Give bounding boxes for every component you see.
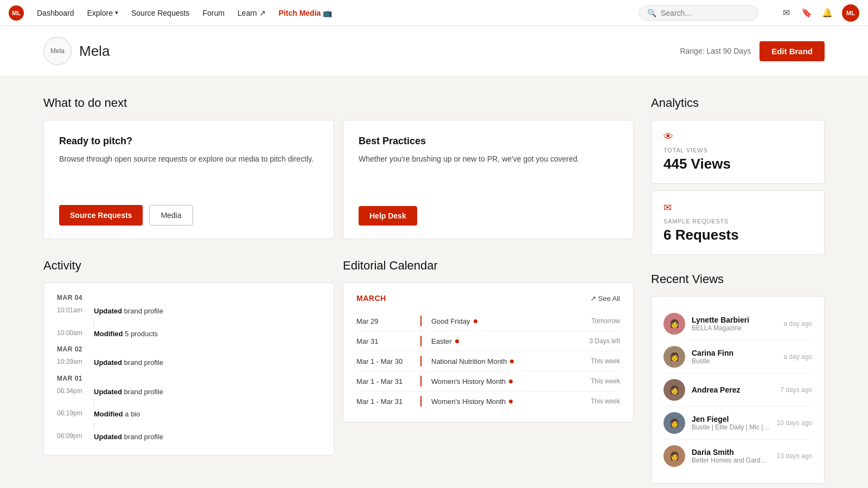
recent-view-item[interactable]: 👩 Daria Smith Better Homes and Gardens |… — [663, 440, 812, 472]
help-desk-button[interactable]: Help Desk — [359, 206, 417, 226]
activity-time: 10:01am — [57, 306, 86, 314]
what-to-do-next-section: What to do next Ready to pitch? Browse t… — [43, 96, 634, 239]
sample-requests-card: ✉ SAMPLE REQUESTS 6 Requests — [651, 190, 825, 255]
source-requests-button[interactable]: Source Requests — [59, 205, 143, 226]
best-practices-card: Best Practices Whether you're brushing u… — [343, 120, 634, 239]
brand-header: Mela Mela Range: Last 90 Days Edit Brand — [0, 26, 868, 76]
avatar: 👩 — [663, 313, 685, 335]
ed-timing: 3 Days left — [571, 337, 620, 345]
ed-dot — [509, 380, 513, 383]
user-avatar[interactable]: ML — [842, 4, 859, 22]
ready-pitch-desc: Browse through open source requests or e… — [59, 153, 318, 165]
search-input[interactable] — [661, 9, 750, 17]
activity-row: 10:01am Updated brand profile — [57, 306, 321, 317]
activity-row: 06:19pm Modified a bio — [57, 409, 321, 420]
ed-date: Mar 29 — [356, 317, 416, 325]
media-button[interactable]: Media — [149, 205, 193, 226]
ed-event: Women's History Month — [431, 377, 567, 386]
brand-logo: Mela — [43, 37, 72, 65]
activity-divider — [94, 422, 94, 429]
activity-divider — [94, 319, 94, 326]
recent-views-box: 👩 Lynette Barbieri BELLA Magazine a day … — [651, 296, 825, 484]
ed-dot — [474, 319, 477, 323]
editorial-row: Mar 29 Good Friday Tomorrow — [356, 311, 620, 331]
ed-date: Mar 1 - Mar 31 — [356, 397, 416, 406]
ed-dot — [510, 359, 514, 363]
ed-timing: This week — [571, 377, 620, 385]
total-views-card: 👁 TOTAL VIEWS 445 Views — [651, 120, 825, 184]
explore-chevron-icon: ▾ — [115, 9, 118, 16]
activity-text: Updated brand profile — [94, 387, 163, 397]
nav-forum[interactable]: Forum — [202, 9, 224, 17]
brand-actions: Range: Last 90 Days Edit Brand — [680, 41, 825, 61]
brand-name: Mela — [79, 43, 110, 60]
editorial-row: Mar 1 - Mar 30 National Nutrition Month … — [356, 351, 620, 371]
activity-row: 10:29am Updated brand profile — [57, 357, 321, 368]
editorial-calendar-section: Editorial Calendar MARCH ↗ See All Mar 2… — [343, 259, 634, 455]
search-icon: 🔍 — [647, 9, 656, 17]
ed-event: National Nutrition Month — [431, 357, 567, 365]
best-practices-title: Best Practices — [359, 136, 618, 147]
nav-dashboard[interactable]: Dashboard — [37, 9, 74, 17]
editorial-box: MARCH ↗ See All Mar 29 Good Friday Tomor… — [343, 282, 634, 422]
ed-timing: This week — [571, 397, 620, 405]
recent-name: Lynette Barbieri — [692, 316, 777, 324]
ed-event: Women's History Month — [431, 397, 567, 406]
analytics-title: Analytics — [651, 96, 825, 110]
nav-learn[interactable]: Learn ↗ — [238, 9, 266, 17]
ed-timing: This week — [571, 357, 620, 365]
navigation: ML Dashboard Explore ▾ Source Requests F… — [0, 0, 868, 26]
activity-text: Modified 5 products — [94, 329, 158, 339]
left-column: What to do next Ready to pitch? Browse t… — [43, 96, 634, 484]
editorial-row: Mar 1 - Mar 31 Women's History Month Thi… — [356, 371, 620, 391]
ed-date: Mar 1 - Mar 30 — [356, 357, 416, 365]
editorial-calendar-title: Editorial Calendar — [343, 259, 634, 273]
activity-date-mar02: MAR 02 — [57, 345, 321, 353]
total-views-label: TOTAL VIEWS — [663, 147, 812, 153]
activity-row: 10:00am Modified 5 products — [57, 329, 321, 339]
ed-date: Mar 31 — [356, 337, 416, 345]
ed-bar — [420, 396, 422, 407]
activity-date-mar01: MAR 01 — [57, 375, 321, 382]
ed-dot — [509, 400, 513, 403]
main-content: What to do next Ready to pitch? Browse t… — [0, 76, 868, 488]
activity-text: Updated brand profile — [94, 306, 163, 317]
recent-name: Daria Smith — [692, 448, 770, 457]
recent-view-item[interactable]: 👩 Andrea Perez 7 days ago — [663, 374, 812, 407]
recent-info: Andrea Perez — [692, 386, 774, 394]
see-all-link[interactable]: ↗ See All — [590, 294, 620, 303]
ed-bar — [420, 316, 422, 326]
ready-pitch-title: Ready to pitch? — [59, 136, 318, 147]
recent-time: a day ago — [783, 320, 812, 328]
range-label: Range: Last 90 Days — [680, 47, 751, 55]
nav-explore[interactable]: Explore ▾ — [87, 9, 118, 17]
recent-view-item[interactable]: 👩 Jen Fiegel Bustle | Elite Daily | Mic … — [663, 407, 812, 440]
activity-text: Updated brand profile — [94, 357, 163, 368]
nav-pitch-media[interactable]: Pitch Media 📺 — [279, 9, 333, 17]
recent-time: 10 days ago — [777, 419, 812, 427]
notification-icon[interactable]: 🔔 — [821, 7, 833, 19]
ed-event: Easter — [431, 337, 567, 345]
recent-info: Daria Smith Better Homes and Gardens | F… — [692, 448, 770, 464]
analytics-cards: 👁 TOTAL VIEWS 445 Views ✉ SAMPLE REQUEST… — [651, 120, 825, 255]
best-practices-actions: Help Desk — [359, 206, 618, 226]
analytics-section: Analytics 👁 TOTAL VIEWS 445 Views ✉ SAMP… — [651, 96, 825, 255]
best-practices-desc: Whether you're brushing up or new to PR,… — [359, 153, 618, 165]
activity-time: 10:29am — [57, 358, 86, 365]
search-bar[interactable]: 🔍 — [639, 5, 758, 21]
recent-publication: Better Homes and Gardens | Fa... — [692, 457, 770, 464]
ed-bar — [420, 336, 422, 346]
recent-view-item[interactable]: 👩 Carina Finn Bustle a day ago — [663, 341, 812, 374]
ed-timing: Tomorrow — [571, 317, 620, 325]
bookmark-icon[interactable]: 🔖 — [801, 7, 813, 19]
activity-title: Activity — [43, 259, 334, 273]
editorial-header: MARCH ↗ See All — [356, 294, 620, 303]
right-column: Analytics 👁 TOTAL VIEWS 445 Views ✉ SAMP… — [651, 96, 825, 484]
recent-publication: Bustle — [692, 357, 777, 365]
nav-source-requests[interactable]: Source Requests — [131, 9, 189, 17]
mail-icon[interactable]: ✉ — [780, 7, 792, 19]
edit-brand-button[interactable]: Edit Brand — [760, 41, 825, 61]
pitch-cards: Ready to pitch? Browse through open sour… — [43, 120, 634, 239]
nav-icons: ✉ 🔖 🔔 ML — [780, 4, 859, 22]
recent-view-item[interactable]: 👩 Lynette Barbieri BELLA Magazine a day … — [663, 307, 812, 341]
